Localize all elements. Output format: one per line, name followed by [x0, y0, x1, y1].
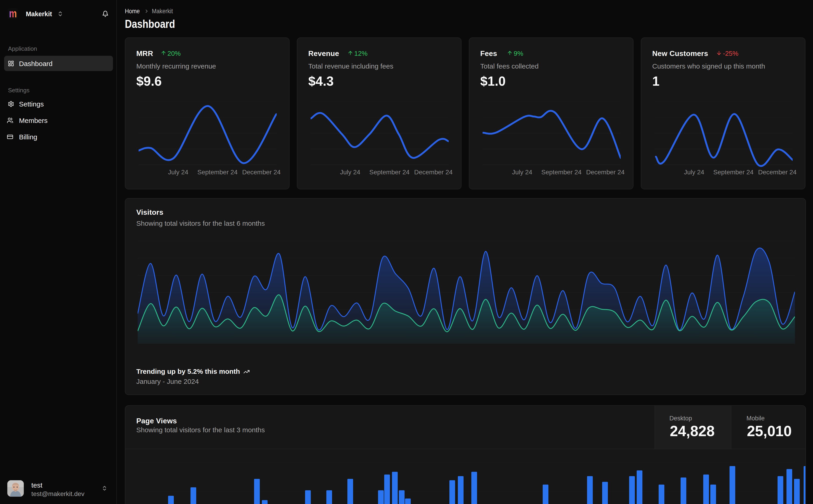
svg-text:m: m [9, 8, 17, 19]
